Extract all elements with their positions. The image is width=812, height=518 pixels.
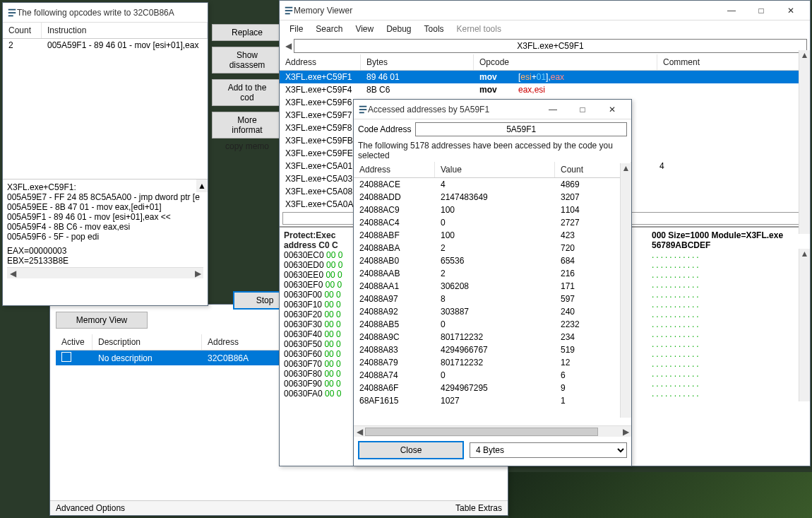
memviewer-title: Memory Viewer [294,6,717,16]
col-comment[interactable]: Comment [657,54,810,70]
menu-tools[interactable]: Tools [419,22,450,36]
code-address-input[interactable] [415,122,627,136]
accessed-row[interactable]: 24088A92303887240 [354,305,631,318]
accessed-row[interactable]: 24088AC402727 [354,216,631,229]
opcodes-titlebar[interactable]: The following opcodes write to 32C0B86A [3,3,208,23]
scroll-up-icon[interactable]: ▲ [196,179,208,192]
ce-icon [358,105,368,114]
menu-view[interactable]: View [350,22,379,36]
accessed-vscroll[interactable]: ▲ [620,163,631,418]
minimize-button[interactable]: — [538,101,568,118]
col-count[interactable]: Count [3,23,42,38]
accessed-window[interactable]: Accessed addresses by 5A59F1 — □ ✕ Code … [353,99,632,466]
col-value[interactable]: Value [435,162,555,177]
ce-icon [284,6,294,16]
accessed-row[interactable]: 24088A6F42949672959 [354,382,631,394]
accessed-row[interactable]: 24088A978597 [354,293,631,305]
table-extras[interactable]: Table Extras [455,503,502,513]
col-description[interactable]: Description [92,334,202,350]
show-disassembler-button[interactable]: Show disassem [212,47,282,73]
advanced-options[interactable]: Advanced Options [56,503,125,513]
disasm-row[interactable]: X3FL.exe+C59F189 46 01mov[esi+01],eax [280,71,810,83]
accessed-row[interactable]: 24088ACE44869 [354,178,631,191]
col-address[interactable]: Address [280,54,361,70]
col-instruction[interactable]: Instruction [42,23,208,38]
accessed-row[interactable]: 24088A9C801712232234 [354,331,631,343]
accessed-rows[interactable]: 24088ACE4486924088ADD2147483649320724088… [354,178,631,425]
disasm-header: Address Bytes Opcode Comment [280,54,810,71]
disasm-vscroll[interactable]: ▲ [799,50,810,234]
memviewer-titlebar[interactable]: Memory Viewer — □ ✕ [280,1,810,20]
close-button[interactable]: ✕ [776,2,806,19]
opcodes-window[interactable]: The following opcodes write to 32C0B86A … [2,2,208,306]
menu-kerneltools[interactable]: Kernel tools [451,22,507,36]
hex-vscroll[interactable]: ▲ [799,249,810,401]
address-input[interactable] [294,39,807,53]
accessed-titlebar[interactable]: Accessed addresses by 5A59F1 — □ ✕ [354,100,631,119]
opcode-details: X3FL.exe+C59F1: 005A59E7 - FF 24 85 8C5A… [3,179,208,281]
replace-button[interactable]: Replace [212,24,282,41]
opcodes-title: The following opcodes write to 32C0B86A [17,8,203,18]
accessed-subtitle: The following 5178 addresses have been a… [354,139,631,162]
accessed-row[interactable]: 24088ABF100423 [354,229,631,242]
accessed-title: Accessed addresses by 5A59F1 [368,105,538,114]
copy-memory-label: copy memo [212,141,282,151]
hex-right: 000 Size=1000 Module=X3FL.exe 56789ABCDE… [647,228,810,401]
details-hscroll[interactable]: ◀ ▶ [7,267,203,278]
scroll-left-icon[interactable]: ◀ [354,426,365,437]
add-to-codelist-button[interactable]: Add to the cod [212,79,282,106]
menu-file[interactable]: File [284,22,309,36]
ce-icon [7,8,17,18]
memviewer-menubar: File Search View Debug Tools Kernel tool… [280,20,810,37]
col-active[interactable]: Active [56,334,92,350]
accessed-row[interactable]: 24088AC91001104 [354,204,631,216]
scroll-right-icon[interactable]: ▶ [192,268,203,279]
accessed-row[interactable]: 24088AA1306208171 [354,280,631,293]
close-accessed-button[interactable]: Close [358,441,464,459]
back-icon[interactable]: ◀ [282,41,294,51]
more-info-button[interactable]: More informat [212,112,282,139]
scroll-right-icon[interactable]: ▶ [620,426,631,437]
code-address-label: Code Address [358,124,411,134]
minimize-button[interactable]: — [717,2,746,19]
accessed-row[interactable]: 68AF161510271 [354,394,631,407]
memory-view-button[interactable]: Memory View [56,312,148,329]
menu-debug[interactable]: Debug [381,22,417,36]
value-type-combo[interactable]: 4 Bytes [470,442,627,458]
col-address[interactable]: Address [354,162,435,177]
accessed-row[interactable]: 24088A834294966767519 [354,343,631,356]
scroll-left-icon[interactable]: ◀ [7,268,18,279]
disasm-row[interactable]: X3FL.exe+C59F48B C6moveax,esi [280,83,810,96]
maximize-button[interactable]: □ [746,2,776,19]
accessed-row[interactable]: 24088A7406 [354,369,631,382]
accessed-row[interactable]: 24088AB065536684 [354,254,631,267]
row-address: 32C0B86A [202,353,287,364]
col-bytes[interactable]: Bytes [361,54,474,70]
maximize-button[interactable]: □ [568,101,597,118]
accessed-row[interactable]: 24088AB502232 [354,318,631,331]
accessed-hscroll[interactable]: ◀ ▶ [354,425,631,437]
row-description: No description [92,353,202,364]
menu-search[interactable]: Search [310,22,348,36]
col-opcode[interactable]: Opcode [474,54,657,70]
close-button[interactable]: ✕ [597,101,627,118]
accessed-row[interactable]: 24088ADD21474836493207 [354,191,631,204]
accessed-row[interactable]: 24088AAB2216 [354,267,631,280]
accessed-row[interactable]: 24088A7980171223212 [354,356,631,369]
accessed-row[interactable]: 24088ABA2720 [354,242,631,254]
opcode-row[interactable]: 2 005A59F1 - 89 46 01 - mov [esi+01],eax [3,39,208,52]
